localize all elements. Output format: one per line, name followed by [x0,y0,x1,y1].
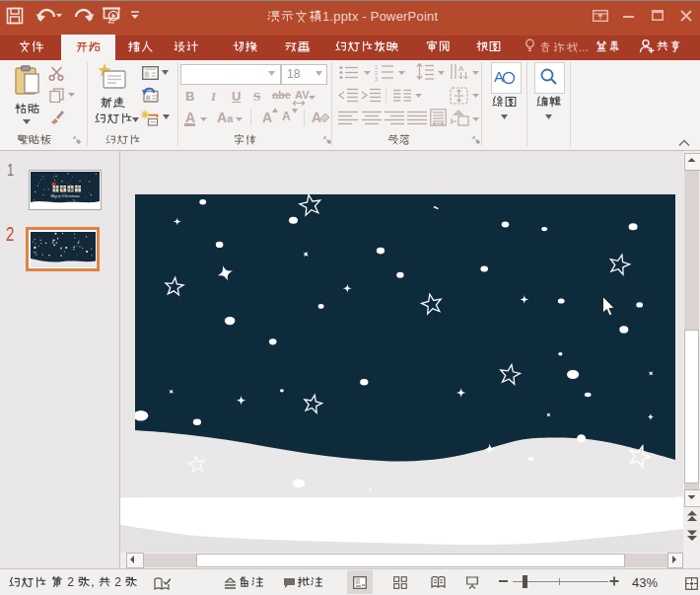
svg-text:Merry Christmas: Merry Christmas [49,193,80,198]
svg-text:A: A [458,64,464,73]
svg-text:A: A [494,68,504,85]
svg-text:A: A [312,110,321,125]
svg-text:3: 3 [375,76,378,82]
